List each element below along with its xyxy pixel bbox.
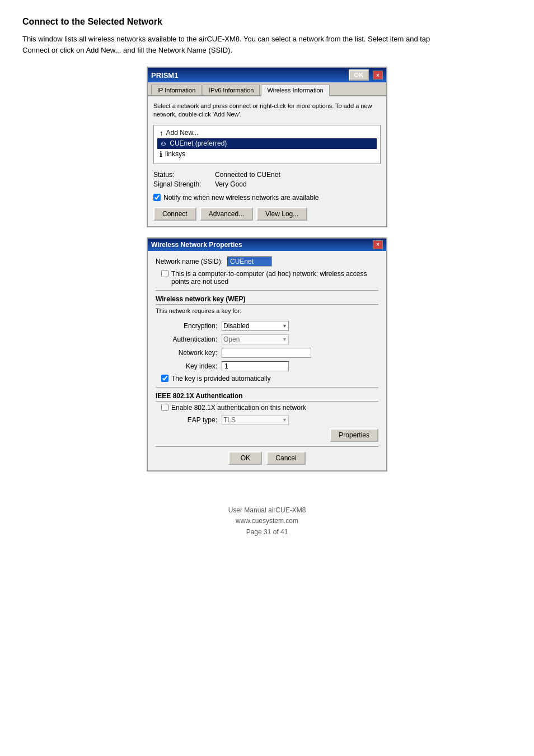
network-item-linksys[interactable]: ℹ linksys (157, 149, 377, 160)
ok-cancel-row: OK Cancel (156, 451, 378, 465)
key-index-row: Key index: (156, 361, 378, 371)
eap-arrow: ▼ (282, 417, 287, 423)
addnew-label: Add New... (166, 129, 199, 137)
eap-label: EAP type: (156, 416, 217, 424)
key-index-label: Key index: (156, 362, 217, 370)
authentication-value: Open (223, 335, 240, 343)
status-value: Connected to CUEnet (215, 171, 280, 179)
status-label: Status: (153, 171, 209, 179)
auto-key-checkbox[interactable] (161, 375, 168, 382)
adhoc-checkbox[interactable] (161, 270, 168, 277)
prism-titlebar: PRISM1 OK × (148, 68, 386, 82)
properties-btn-row: Properties (156, 428, 378, 442)
prism-window: PRISM1 OK × IP Information IPv6 Informat… (147, 67, 387, 227)
network-item-cuenet[interactable]: ☺ CUEnet (preferred) (157, 138, 377, 149)
tab-ipv6-information[interactable]: IPv6 Information (203, 85, 260, 95)
enable-ieee-label: Enable 802.1X authentication on this net… (171, 404, 306, 412)
encryption-label: Encryption: (156, 322, 217, 330)
prism-title: PRISM1 (151, 71, 178, 80)
cuenet-label: CUEnet (preferred) (170, 139, 227, 147)
eap-select[interactable]: TLS ▼ (222, 415, 289, 425)
encryption-value: Disabled (223, 322, 250, 330)
properties-button[interactable]: Properties (330, 428, 378, 442)
prism-instruction: Select a network and press connect or ri… (153, 102, 381, 119)
adhoc-label: This is a computer-to-computer (ad hoc) … (171, 270, 378, 286)
view-log-button[interactable]: View Log... (256, 207, 307, 221)
network-item-addnew[interactable]: ↑ Add New... (157, 128, 377, 138)
divider-wep (156, 290, 378, 291)
status-row: Status: Connected to CUEnet (153, 171, 381, 179)
divider-ieee (156, 387, 378, 388)
encryption-select[interactable]: Disabled ▼ (222, 321, 289, 331)
properties-close-button[interactable]: × (373, 240, 383, 249)
linksys-label: linksys (165, 150, 185, 158)
cuenet-icon: ☺ (160, 139, 167, 148)
properties-title: Wireless Network Properties (151, 241, 242, 249)
prism-titlebar-buttons: OK × (349, 69, 383, 81)
network-key-input[interactable] (222, 348, 311, 358)
enable-ieee-row: Enable 802.1X authentication on this net… (161, 404, 378, 412)
ssid-value[interactable]: CUEnet (227, 256, 272, 267)
network-key-label: Network key: (156, 349, 217, 357)
prism-tabs: IP Information IPv6 Information Wireless… (148, 82, 386, 96)
network-key-row: Network key: (156, 348, 378, 358)
adhoc-row: This is a computer-to-computer (ad hoc) … (161, 270, 378, 286)
connect-button[interactable]: Connect (153, 207, 196, 221)
encryption-arrow: ▼ (282, 323, 287, 329)
page-description: This window lists all wireless networks … (22, 34, 442, 55)
tab-ip-information[interactable]: IP Information (151, 85, 202, 95)
cancel-button[interactable]: Cancel (266, 451, 305, 465)
divider-bottom (156, 446, 378, 447)
notify-row: Notify me when new wireless networks are… (153, 194, 381, 202)
auto-key-label: The key is provided automatically (171, 375, 270, 382)
ssid-row: Network name (SSID): CUEnet (156, 256, 378, 267)
network-list: ↑ Add New... ☺ CUEnet (preferred) ℹ link… (153, 125, 381, 164)
tab-wireless-information[interactable]: Wireless Information (261, 85, 329, 96)
linksys-icon: ℹ (160, 150, 162, 158)
footer: User Manual airCUE-XM8 www.cuesystem.com… (22, 505, 512, 538)
properties-window: Wireless Network Properties × Network na… (147, 237, 387, 472)
authentication-arrow: ▼ (282, 337, 287, 342)
ok-button[interactable]: OK (228, 451, 262, 465)
footer-line2: www.cuesystem.com (22, 516, 512, 526)
properties-body: Network name (SSID): CUEnet This is a co… (148, 251, 386, 470)
authentication-row: Authentication: Open ▼ (156, 334, 378, 344)
addnew-icon: ↑ (160, 129, 163, 137)
prism-ok-button[interactable]: OK (349, 69, 369, 81)
properties-titlebar: Wireless Network Properties × (148, 239, 386, 251)
notify-checkbox[interactable] (153, 194, 161, 201)
prism-buttons: Connect Advanced... View Log... (153, 207, 381, 221)
encryption-row: Encryption: Disabled ▼ (156, 321, 378, 331)
ssid-label: Network name (SSID): (156, 258, 223, 265)
authentication-label: Authentication: (156, 335, 217, 343)
auto-key-row: The key is provided automatically (161, 375, 378, 382)
key-index-input[interactable] (222, 361, 289, 371)
notify-label: Notify me when new wireless networks are… (163, 194, 318, 202)
advanced-button[interactable]: Advanced... (200, 207, 253, 221)
eap-value: TLS (223, 416, 236, 424)
enable-ieee-checkbox[interactable] (161, 404, 168, 411)
signal-row: Signal Strength: Very Good (153, 180, 381, 188)
eap-row: EAP type: TLS ▼ (156, 415, 378, 425)
prism-close-button[interactable]: × (373, 71, 383, 80)
ieee-section-header: IEEE 802.1X Authentication (156, 392, 378, 402)
key-required-label: This network requires a key for: (156, 307, 378, 315)
signal-value: Very Good (215, 180, 247, 188)
signal-label: Signal Strength: (153, 180, 209, 188)
wep-section-header: Wireless network key (WEP) (156, 295, 378, 305)
footer-line3: Page 31 of 41 (22, 527, 512, 538)
footer-line1: User Manual airCUE-XM8 (22, 505, 512, 516)
prism-body: Select a network and press connect or ri… (148, 96, 386, 226)
status-area: Status: Connected to CUEnet Signal Stren… (153, 171, 381, 188)
authentication-select[interactable]: Open ▼ (222, 334, 289, 344)
windows-container: PRISM1 OK × IP Information IPv6 Informat… (22, 67, 512, 472)
page-title: Connect to the Selected Network (22, 17, 512, 27)
